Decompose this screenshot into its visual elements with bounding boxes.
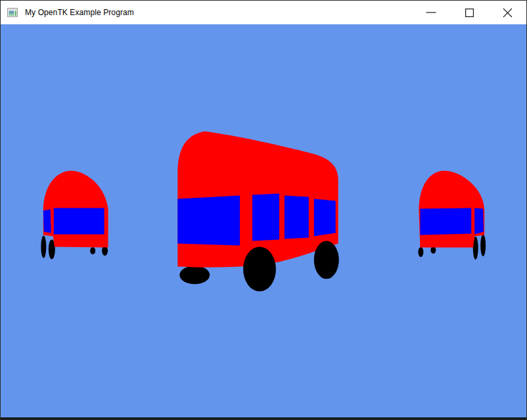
bus-left-wheel <box>90 247 95 254</box>
bus-center-rear-wheel <box>179 266 210 284</box>
maximize-icon <box>465 9 474 17</box>
titlebar[interactable]: My OpenTK Example Program <box>1 1 526 24</box>
close-icon <box>503 8 513 18</box>
window-title: My OpenTK Example Program <box>25 8 134 17</box>
bus-center-side-window <box>285 196 309 239</box>
bus-right-front-window <box>420 208 471 235</box>
bus-left-wheel <box>41 235 46 258</box>
window-controls <box>412 1 526 24</box>
minimize-button[interactable] <box>412 1 450 24</box>
winforms-app-icon <box>7 7 18 18</box>
bus-right-side-window <box>474 208 484 235</box>
bus-center-side-window <box>252 194 279 241</box>
bus-center-front-wheel <box>243 246 276 291</box>
screen-bottom-edge <box>1 417 526 419</box>
bus-left-front-window <box>54 208 104 235</box>
bus-right-wheel <box>430 246 436 254</box>
maximize-button[interactable] <box>450 1 488 24</box>
bus-center-side-window <box>314 199 336 237</box>
icon-content-highlight <box>9 14 14 16</box>
opengl-render-viewport[interactable] <box>1 24 526 417</box>
app-window: My OpenTK Example Program <box>0 0 527 420</box>
bus-right-wheel <box>418 247 423 257</box>
bus-right-wheel <box>480 235 486 256</box>
app-icon[interactable] <box>7 7 18 18</box>
icon-green-bar <box>15 11 16 16</box>
minimize-icon <box>426 12 436 13</box>
bus-left-side-window <box>43 210 51 233</box>
bus-center-front-window <box>177 196 240 246</box>
icon-title-strip <box>9 9 17 11</box>
close-button[interactable] <box>488 1 526 24</box>
bus-center-back-wheel <box>314 241 339 279</box>
